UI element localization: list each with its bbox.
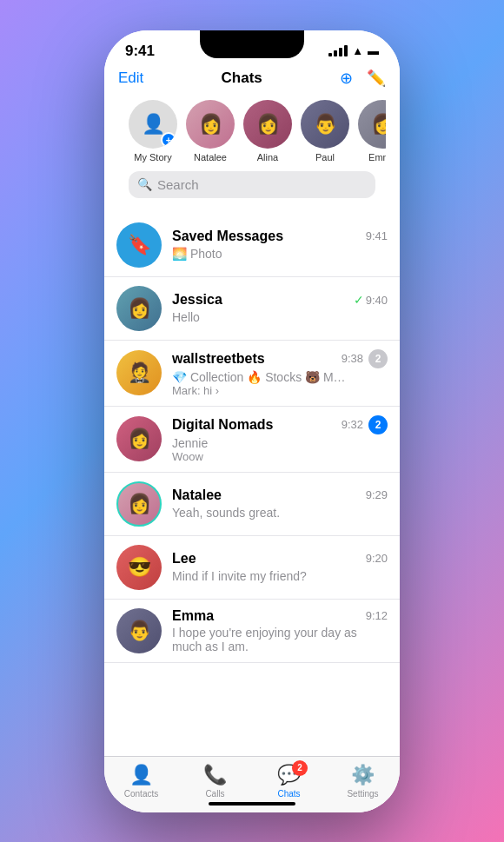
notch: [200, 30, 304, 58]
tab-chats[interactable]: 💬 2 Chats: [252, 764, 326, 799]
battery-icon: ▬: [368, 44, 379, 57]
chat-preview-natalee: Yeah, sounds great.: [172, 506, 280, 520]
calls-icon: 📞: [203, 764, 227, 786]
tab-calls[interactable]: 📞 Calls: [178, 764, 252, 799]
chat-name-jessica: Jessica: [172, 292, 222, 308]
page-title: Chats: [222, 70, 262, 87]
chat-name-wsb: wallstreetbets: [172, 351, 265, 367]
story-avatar-natalee: 👩: [186, 100, 235, 149]
chat-time-wsb: 9:38: [342, 352, 363, 365]
chat-preview-lee: Mind if I invite my friend?: [172, 569, 307, 583]
chat-avatar-emma: 👨: [116, 608, 162, 653]
story-label-natalee: Natalee: [194, 152, 227, 162]
chat-info-emma: Emma 9:12 I hope you're enjoying your da…: [172, 608, 388, 653]
wifi-icon: ▲: [352, 44, 363, 57]
contacts-icon: 👤: [129, 764, 153, 786]
chat-preview-wsb-topics: 💎 Collection 🔥 Stocks 🐻 Memes...: [172, 370, 346, 384]
chat-name-natalee: Natalee: [172, 487, 222, 503]
header-top: Edit Chats ⊕ ✏️: [118, 69, 386, 88]
chat-time-lee: 9:20: [366, 552, 388, 565]
bookmark-icon: 🔖: [128, 234, 151, 256]
add-story-badge: +: [161, 132, 176, 148]
chat-avatar-saved: 🔖: [116, 222, 162, 268]
status-time: 9:41: [125, 43, 155, 60]
story-emma[interactable]: 👩 Emma: [358, 100, 386, 162]
chat-time-emma: 9:12: [366, 609, 388, 622]
story-natalee[interactable]: 👩 Natalee: [186, 100, 235, 162]
chat-preview-dn-msg: Woow: [172, 450, 388, 463]
chat-item-emma[interactable]: 👨 Emma 9:12 I hope you're enjoying your …: [104, 600, 400, 663]
stories-row: 👤 + My Story 👩 Natalee 👩: [118, 96, 386, 171]
story-label-paul: Paul: [315, 152, 335, 162]
story-label-emma: Emma: [368, 152, 386, 162]
chat-avatar-jessica: 👩: [116, 286, 162, 331]
chat-avatar-dn: 👩: [116, 416, 162, 461]
chat-info-wsb: wallstreetbets 9:38 2 💎 Collection 🔥 Sto…: [172, 349, 388, 397]
chat-name-lee: Lee: [172, 551, 196, 567]
chat-info-saved: Saved Messages 9:41 🌅 Photo: [172, 229, 388, 262]
chat-preview-emma: I hope you're enjoying your day as much …: [172, 626, 363, 653]
chat-time-dn: 9:32: [342, 418, 363, 431]
tab-contacts[interactable]: 👤 Contacts: [104, 764, 178, 799]
chat-avatar-wsb: 🤵: [116, 350, 162, 395]
header-actions: ⊕ ✏️: [340, 69, 386, 88]
chat-avatar-lee: 😎: [116, 545, 162, 590]
story-paul[interactable]: 👨 Paul: [301, 100, 349, 162]
status-icons: ▲ ▬: [328, 44, 379, 57]
chat-item-natalee[interactable]: 👩 Natalee 9:29 Yeah, sounds great.: [104, 473, 400, 536]
chat-time-natalee: 9:29: [366, 488, 388, 501]
chat-info-natalee: Natalee 9:29 Yeah, sounds great.: [172, 487, 388, 520]
chats-tab-badge: 2: [292, 760, 308, 776]
chat-name-saved: Saved Messages: [172, 229, 283, 244]
chat-item-wallstreetbets[interactable]: 🤵 wallstreetbets 9:38 2 💎 Collection 🔥 S…: [104, 341, 400, 407]
header: Edit Chats ⊕ ✏️ 👤 + My Story: [104, 65, 400, 214]
search-bar: 🔍 Search: [118, 171, 386, 207]
chat-name-dn: Digital Nomads: [172, 417, 273, 433]
story-avatar-emma: 👩: [358, 100, 386, 149]
signal-bars-icon: [328, 45, 348, 56]
chat-list: 🔖 Saved Messages 9:41 🌅 Photo 👩: [104, 214, 400, 756]
story-avatar-alina: 👩: [243, 100, 292, 149]
story-avatar-my: 👤 +: [129, 100, 177, 149]
chat-avatar-natalee: 👩: [116, 481, 162, 527]
phone-frame: 9:41 ▲ ▬ Edit Chats ⊕ ✏️: [104, 30, 400, 812]
chat-info-lee: Lee 9:20 Mind if I invite my friend?: [172, 551, 388, 584]
new-group-icon[interactable]: ⊕: [340, 69, 353, 88]
story-alina[interactable]: 👩 Alina: [243, 100, 292, 162]
compose-icon[interactable]: ✏️: [367, 69, 386, 88]
tab-label-contacts: Contacts: [124, 789, 158, 799]
unread-badge-wsb: 2: [368, 349, 388, 368]
chat-preview-wsb-sub: Mark: hi ›: [172, 384, 388, 397]
chat-time-saved: 9:41: [366, 229, 388, 242]
search-icon: 🔍: [137, 177, 152, 191]
settings-icon: ⚙️: [351, 764, 375, 786]
chat-preview-saved: 🌅 Photo: [172, 247, 222, 261]
chat-item-lee[interactable]: 😎 Lee 9:20 Mind if I invite my friend?: [104, 536, 400, 600]
tab-settings[interactable]: ⚙️ Settings: [326, 764, 400, 799]
unread-badge-dn: 2: [368, 415, 388, 434]
chat-info-dn: Digital Nomads 9:32 2 Jennie Woow: [172, 415, 388, 463]
chat-time-jessica: ✓9:40: [354, 293, 388, 307]
home-indicator: [209, 802, 295, 806]
chat-preview-jessica: Hello: [172, 310, 200, 324]
tab-label-chats: Chats: [277, 789, 300, 799]
search-input[interactable]: Search: [157, 177, 199, 192]
search-input-wrap[interactable]: 🔍 Search: [129, 171, 375, 198]
chat-name-emma: Emma: [172, 608, 214, 624]
story-label-my: My Story: [134, 152, 171, 162]
phone-screen: 9:41 ▲ ▬ Edit Chats ⊕ ✏️: [104, 30, 400, 812]
chat-item-digital-nomads[interactable]: 👩 Digital Nomads 9:32 2 Jennie Woow: [104, 407, 400, 473]
chat-item-saved[interactable]: 🔖 Saved Messages 9:41 🌅 Photo: [104, 214, 400, 277]
story-avatar-paul: 👨: [301, 100, 349, 149]
chats-icon-wrap: 💬 2: [277, 764, 301, 786]
edit-button[interactable]: Edit: [118, 70, 143, 87]
chat-info-jessica: Jessica ✓9:40 Hello: [172, 292, 388, 325]
story-label-alina: Alina: [257, 152, 278, 162]
chat-item-jessica[interactable]: 👩 Jessica ✓9:40 Hello: [104, 277, 400, 341]
checkmark-icon: ✓: [354, 293, 364, 307]
chat-preview-dn-sender: Jennie: [172, 436, 346, 450]
tab-label-settings: Settings: [347, 789, 378, 799]
tab-label-calls: Calls: [205, 789, 224, 799]
story-my-story[interactable]: 👤 + My Story: [129, 100, 177, 162]
